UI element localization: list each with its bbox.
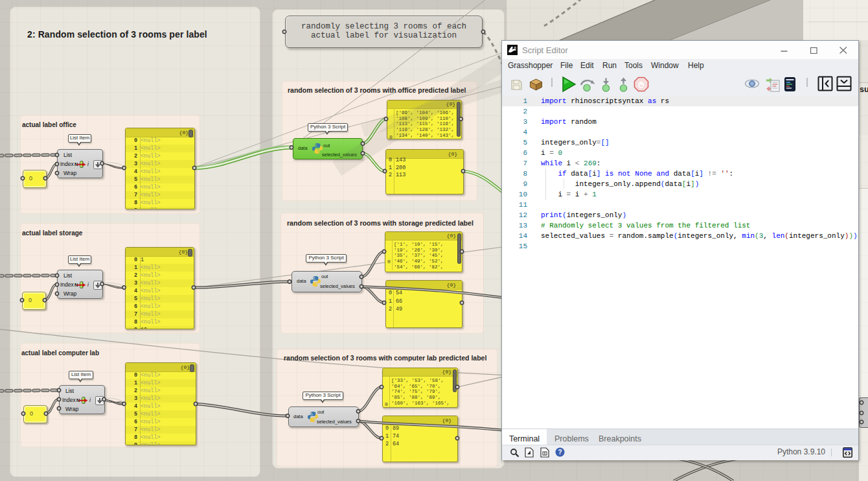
svg-text:?: ? — [558, 449, 562, 456]
